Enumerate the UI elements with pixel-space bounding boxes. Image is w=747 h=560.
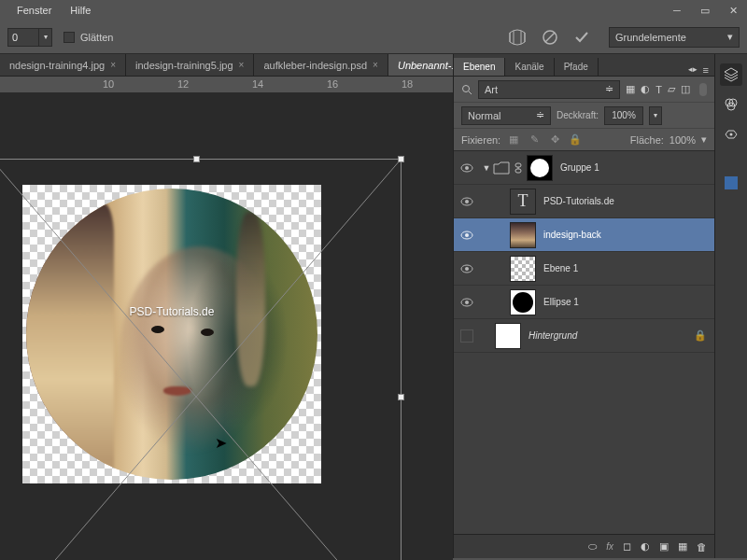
layer-thumb[interactable] [510, 222, 536, 248]
layer-type[interactable]: PSD-Tutorials.de [454, 185, 714, 218]
layer-name[interactable]: Gruppe 1 [560, 162, 599, 173]
lock-all-icon[interactable]: 🔒 [568, 133, 583, 147]
close-icon[interactable]: × [239, 60, 245, 70]
layer-name[interactable]: indesign-back [543, 230, 601, 240]
layer-name[interactable]: Ebene 1 [543, 263, 578, 273]
layer-thumb[interactable] [510, 189, 536, 215]
layer-name[interactable]: Ellipse 1 [543, 297, 579, 307]
close-button[interactable]: ✕ [719, 0, 747, 21]
layers-panel: Ebenen Kanäle Pfade ◂▸ ≡ Art≑ ▦ ◐ T ▱ ◫ … [453, 54, 714, 558]
tab-paths[interactable]: Pfade [555, 58, 599, 76]
doc-tab-1[interactable]: indesign-training5.jpg× [126, 54, 254, 76]
svg-point-14 [465, 233, 469, 237]
window-controls: ─ ▭ ✕ [663, 0, 747, 21]
lock-position-icon[interactable]: ✥ [547, 133, 562, 147]
handle-mr[interactable] [398, 394, 404, 400]
panel-collapse-icon[interactable]: ◂▸ [688, 64, 698, 76]
panel-menu-icon[interactable]: ≡ [703, 64, 709, 76]
layer-group[interactable]: ▼ Gruppe 1 [454, 151, 714, 185]
workspace-dropdown[interactable]: Grundelemente ▾ [609, 27, 740, 48]
delete-layer-icon[interactable]: 🗑 [697, 541, 707, 553]
panel-tabs: Ebenen Kanäle Pfade ◂▸ ≡ [454, 54, 714, 77]
layer-image[interactable]: indesign-back [454, 218, 714, 252]
canvas[interactable]: PSD-Tutorials.de ➤ [0, 93, 453, 560]
filter-pixel-icon[interactable]: ▦ [626, 83, 635, 95]
filter-toggle[interactable] [699, 83, 707, 96]
svg-point-16 [465, 267, 469, 271]
add-mask-icon[interactable]: ◻ [623, 540, 631, 553]
close-icon[interactable]: × [110, 60, 116, 70]
layer-thumb[interactable] [510, 256, 536, 282]
opacity-stepper[interactable]: ▾ [649, 106, 662, 125]
new-group-icon[interactable]: ▣ [659, 540, 669, 553]
right-panels: Ebenen Kanäle Pfade ◂▸ ≡ Art≑ ▦ ◐ T ▱ ◫ … [453, 54, 747, 558]
layer-blank[interactable]: Ebene 1 [454, 252, 714, 286]
visibility-toggle[interactable] [454, 231, 480, 240]
workspace-label: Grundelemente [615, 32, 686, 43]
close-icon[interactable]: × [373, 60, 378, 70]
option-value-stepper[interactable]: ▾ [39, 28, 52, 47]
svg-point-7 [465, 166, 469, 170]
paths-icon[interactable] [720, 123, 742, 146]
link-layers-icon[interactable]: ⬭ [588, 540, 597, 553]
svg-point-22 [730, 133, 733, 136]
smooth-label: Glätten [80, 32, 113, 43]
filter-adjust-icon[interactable]: ◐ [641, 83, 650, 95]
layer-name[interactable]: Hintergrund [529, 330, 577, 341]
layer-filter-dropdown[interactable]: Art≑ [478, 80, 620, 99]
filter-smart-icon[interactable]: ◫ [681, 83, 690, 95]
doc-tab-2[interactable]: aufkleber-indesign.psd× [254, 54, 388, 76]
channels-icon[interactable] [720, 93, 742, 116]
commit-icon[interactable] [573, 29, 590, 46]
tab-channels[interactable]: Kanäle [505, 58, 554, 76]
new-layer-icon[interactable]: ▦ [678, 540, 687, 553]
filter-shape-icon[interactable]: ▱ [668, 83, 675, 95]
extra-panel-icon[interactable] [720, 172, 742, 194]
opacity-value[interactable]: 100% [604, 106, 643, 125]
layer-thumb[interactable] [495, 323, 521, 349]
visibility-toggle[interactable] [454, 163, 480, 173]
layer-mask-thumb[interactable] [527, 155, 553, 181]
handle-tr[interactable] [398, 156, 404, 162]
disc-text: PSD-Tutorials.de [26, 305, 317, 318]
warp-icon[interactable] [508, 29, 527, 46]
cancel-icon[interactable] [542, 29, 558, 46]
doc-tab-0[interactable]: ndesign-training4.jpg× [0, 54, 126, 76]
visibility-toggle[interactable] [454, 264, 480, 273]
adjustment-layer-icon[interactable]: ◐ [641, 540, 650, 553]
layer-thumb[interactable] [510, 289, 536, 315]
disc-artwork: PSD-Tutorials.de [26, 189, 317, 480]
maximize-button[interactable]: ▭ [691, 0, 719, 21]
filter-type-icon[interactable]: T [655, 84, 662, 95]
smooth-option[interactable]: Glätten [63, 32, 113, 43]
visibility-toggle[interactable] [460, 329, 473, 343]
option-value-input[interactable] [7, 28, 39, 47]
visibility-toggle[interactable] [454, 197, 480, 206]
fill-stepper[interactable]: ▾ [701, 133, 707, 146]
menu-help[interactable]: Hilfe [61, 5, 100, 16]
visibility-toggle[interactable] [454, 298, 480, 307]
layer-background[interactable]: Hintergrund 🔒 [454, 319, 714, 353]
svg-point-18 [465, 301, 469, 304]
svg-line-1 [545, 33, 555, 42]
lock-transparency-icon[interactable]: ▦ [506, 133, 521, 147]
fill-value[interactable]: 100% [669, 134, 696, 146]
layer-filter-row: Art≑ ▦ ◐ T ▱ ◫ [454, 77, 714, 103]
lock-icon: 🔒 [694, 329, 707, 342]
layers-icon[interactable] [720, 63, 742, 86]
menu-window[interactable]: Fenster [7, 5, 61, 16]
smooth-checkbox[interactable] [63, 32, 75, 43]
layer-name[interactable]: PSD-Tutorials.de [543, 196, 614, 206]
link-icon [514, 162, 523, 174]
tab-layers[interactable]: Ebenen [454, 58, 505, 76]
layers-footer: ⬭ fx ◻ ◐ ▣ ▦ 🗑 [454, 534, 714, 558]
minimize-button[interactable]: ─ [663, 0, 691, 21]
lock-pixels-icon[interactable]: ✎ [527, 133, 542, 147]
layer-ellipse[interactable]: Ellipse 1 [454, 286, 714, 319]
handle-tc[interactable] [193, 156, 200, 162]
group-expand-icon[interactable]: ▼ [480, 163, 493, 173]
blend-mode-dropdown[interactable]: Normal≑ [461, 106, 551, 125]
blend-opacity-row: Normal≑ Deckkraft: 100% ▾ [454, 103, 714, 129]
layer-fx-icon[interactable]: fx [606, 541, 613, 552]
svg-point-12 [465, 200, 469, 203]
